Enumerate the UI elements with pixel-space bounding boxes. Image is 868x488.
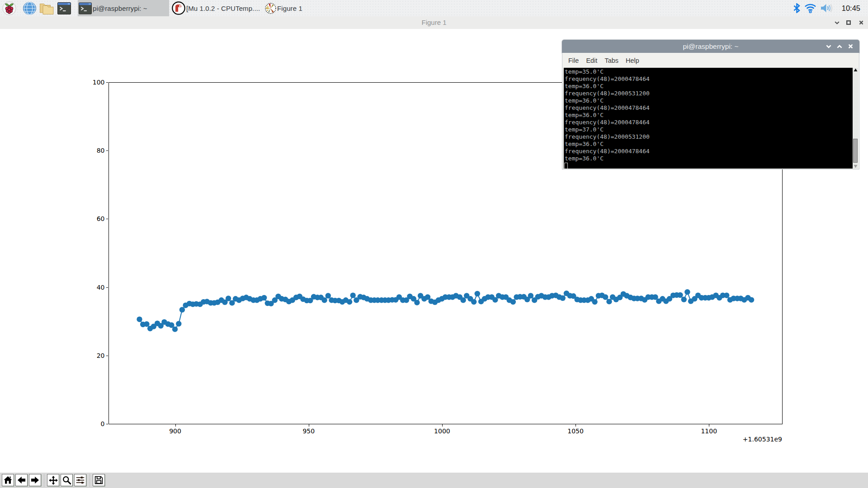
taskbar-window-icon — [172, 1, 185, 15]
data-point-marker — [724, 293, 729, 298]
x-tick-label: 950 — [302, 427, 315, 435]
taskbar-clock[interactable]: 10:45 — [842, 4, 860, 13]
y-tick-label: 60 — [97, 215, 105, 222]
data-point-marker — [137, 317, 142, 322]
taskbar-window-button[interactable]: Figure 1 — [264, 0, 355, 16]
taskbar-window-label: pi@raspberrypi: ~ — [93, 5, 147, 12]
terminal-launcher-button[interactable] — [56, 0, 73, 16]
maximize-square-icon — [846, 20, 851, 25]
figure-close-button[interactable] — [854, 16, 868, 29]
scroll-up-arrow-icon[interactable] — [853, 68, 858, 72]
taskbar-window-icon — [79, 2, 92, 14]
sliders-icon — [75, 475, 85, 485]
terminal-menu-file[interactable]: File — [568, 57, 579, 64]
toolbar-home-button[interactable] — [2, 474, 14, 486]
terminal-line: temp=36.0'C — [565, 97, 853, 104]
arrow-left-icon — [17, 475, 26, 485]
terminal-window: pi@raspberrypi: ~ FileEditTabsHelp temp=… — [562, 40, 859, 169]
data-point-marker — [684, 289, 690, 295]
wifi-button[interactable] — [804, 4, 816, 13]
terminal-line: temp=36.0'C — [565, 155, 853, 162]
close-icon — [859, 20, 863, 25]
bluetooth-button[interactable] — [793, 3, 800, 13]
terminal-cursor — [564, 163, 568, 169]
data-point-marker — [414, 300, 420, 305]
terminal-icon — [79, 2, 92, 14]
data-point-marker — [176, 321, 181, 326]
terminal-titlebar[interactable]: pi@raspberrypi: ~ — [562, 40, 859, 53]
volume-button[interactable] — [821, 3, 834, 13]
terminal-close-button[interactable] — [845, 40, 856, 53]
window-list: pi@raspberrypi: ~ [Mu 1.0.2 - CPUTemp...… — [78, 0, 357, 16]
file-manager-button[interactable] — [38, 0, 55, 16]
terminal-menu-edit[interactable]: Edit — [586, 57, 597, 64]
arrow-right-icon — [30, 475, 40, 485]
data-point-marker — [681, 297, 687, 302]
taskbar: pi@raspberrypi: ~ [Mu 1.0.2 - CPUTemp...… — [0, 0, 868, 16]
pan-move-icon — [48, 475, 58, 485]
data-point-marker — [560, 296, 566, 301]
terminal-window-title: pi@raspberrypi: ~ — [562, 40, 859, 53]
toolbar-forward-button[interactable] — [29, 474, 41, 486]
terminal-screen[interactable]: temp=35.0'Cfrequency(48)=2000478464temp=… — [564, 68, 853, 169]
terminal-line: temp=36.0'C — [565, 112, 853, 119]
taskbar-window-button[interactable]: pi@raspberrypi: ~ — [78, 0, 169, 16]
terminal-line: temp=36.0'C — [565, 141, 853, 148]
chevron-down-icon — [826, 45, 831, 48]
terminal-line: frequency(48)=2000478464 — [565, 148, 853, 155]
data-point-marker — [226, 296, 231, 301]
toolbar-zoom-button[interactable] — [61, 474, 73, 486]
volume-icon — [821, 3, 834, 13]
data-point-marker — [475, 291, 480, 296]
data-point-marker — [179, 307, 185, 312]
data-point-marker — [347, 299, 352, 305]
terminal-menu-tabs[interactable]: Tabs — [604, 57, 618, 64]
toolbar-back-button[interactable] — [15, 474, 28, 486]
data-point-marker — [606, 299, 612, 304]
magnifier-icon — [62, 475, 71, 485]
figure-minimize-button[interactable] — [831, 16, 843, 29]
toolbar-subplots-button[interactable] — [74, 474, 86, 486]
toolbar-pan-button[interactable] — [47, 474, 59, 486]
web-browser-button[interactable] — [21, 0, 38, 16]
data-point-marker — [603, 294, 608, 300]
terminal-menu-help[interactable]: Help — [626, 57, 639, 64]
scroll-down-arrow-icon[interactable] — [853, 164, 858, 169]
toolbar-separator — [90, 474, 90, 487]
x-tick-label: 1050 — [567, 427, 584, 435]
terminal-line: frequency(48)=2000478464 — [565, 119, 853, 126]
scrollbar-thumb[interactable] — [853, 139, 858, 163]
y-tick-label: 20 — [97, 352, 105, 359]
terminal-maximize-button[interactable] — [834, 40, 845, 53]
folder-icon — [39, 2, 54, 15]
terminal-line: frequency(48)=2000478464 — [565, 75, 853, 83]
data-point-marker — [677, 292, 683, 298]
home-icon — [3, 475, 13, 485]
wifi-icon — [804, 4, 816, 13]
figure-window-title: Figure 1 — [0, 16, 868, 29]
terminal-line: frequency(48)=2000531200 — [565, 133, 853, 141]
chevron-down-icon — [835, 21, 840, 24]
menu-button[interactable] — [0, 0, 18, 16]
y-tick-label: 40 — [97, 284, 105, 291]
y-tick-label: 100 — [93, 79, 105, 86]
x-tick-label: 900 — [169, 427, 181, 435]
raspberry-icon — [2, 1, 16, 15]
taskbar-window-label: [Mu 1.0.2 - CPUTemp.... — [186, 5, 260, 12]
y-tick-label: 80 — [97, 147, 105, 154]
status-area: 10:45 — [793, 0, 868, 16]
taskbar-window-icon — [265, 3, 276, 14]
data-point-marker — [749, 297, 754, 302]
terminal-scrollbar[interactable] — [853, 68, 858, 169]
terminal-menubar: FileEditTabsHelp — [562, 53, 859, 68]
toolbar-save-button[interactable] — [93, 474, 105, 486]
data-point-marker — [144, 321, 149, 327]
taskbar-window-button[interactable]: [Mu 1.0.2 - CPUTemp.... — [171, 0, 262, 16]
data-point-marker — [460, 297, 466, 303]
y-tick-label: 0 — [101, 420, 105, 427]
terminal-minimize-button[interactable] — [823, 40, 834, 53]
terminal-frame: FileEditTabsHelp temp=35.0'Cfrequency(48… — [562, 53, 859, 169]
figure-maximize-button[interactable] — [843, 16, 854, 29]
data-point-marker — [528, 293, 533, 298]
figure-titlebar[interactable]: Figure 1 — [0, 16, 868, 29]
